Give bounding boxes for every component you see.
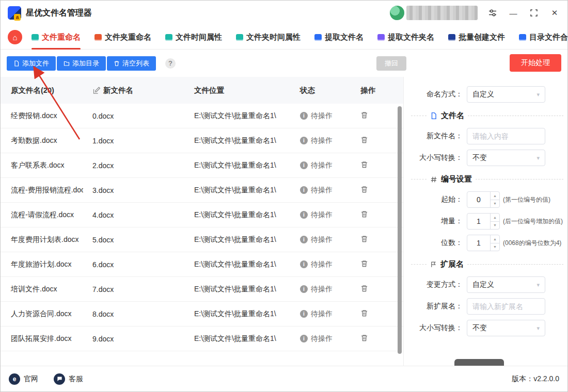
table-scrollbar-thumb[interactable] xyxy=(398,106,402,354)
app-title: 星优文件名管理器 xyxy=(26,8,92,19)
stepper-down-icon[interactable]: ▼ xyxy=(491,222,499,230)
cell-new-name: 6.docx xyxy=(83,260,185,269)
home-tab-button[interactable]: ⌂ xyxy=(8,30,22,44)
increment-label: 增量： xyxy=(411,217,463,226)
table-row[interactable]: 年度费用计划表.docx 5.docx E:\测试文件\批量重命名1\ i 待操… xyxy=(1,227,403,252)
cell-status: i 待操作 xyxy=(291,285,351,294)
tab-item[interactable]: 批量创建文件 xyxy=(448,25,505,50)
delete-row-button[interactable] xyxy=(360,111,368,119)
undo-button[interactable]: 撤回 xyxy=(376,56,406,71)
cell-original-name: 流程-请假流程.docx xyxy=(1,210,83,220)
panel-bottom-button-partial[interactable] xyxy=(454,359,504,366)
trash-icon xyxy=(360,284,368,292)
version-label: 版本：v2.2.0.0 xyxy=(512,374,559,384)
tab-item[interactable]: 提取文件名 xyxy=(314,25,364,50)
col-status: 状态 xyxy=(291,86,351,95)
delete-row-button[interactable] xyxy=(360,235,368,243)
case-convert-select[interactable]: 不变▾ xyxy=(467,150,545,166)
info-icon: i xyxy=(300,211,308,219)
add-file-button[interactable]: 添加文件 xyxy=(7,56,56,71)
support-link[interactable]: 客服 xyxy=(54,373,83,385)
cell-new-name: 9.docx xyxy=(83,335,185,343)
tabs: 文件重命名 文件夹重命名 文件时间属性 文件夹时间属性 提取文件名 提取文件夹名 xyxy=(31,25,568,50)
tab-item[interactable]: 文件时间属性 xyxy=(165,25,222,50)
stepper-up-icon[interactable]: ▲ xyxy=(491,235,499,243)
tab-item[interactable]: 目录文件合并/提取 xyxy=(519,25,568,50)
delete-row-button[interactable] xyxy=(360,136,368,144)
col-new-name: 新文件名 xyxy=(83,86,185,95)
table-row[interactable]: 客户联系表.docx 2.docx E:\测试文件\批量重命名1\ i 待操作 xyxy=(1,153,403,178)
tab-item[interactable]: 文件夹时间属性 xyxy=(236,25,301,50)
stepper-up-icon[interactable]: ▲ xyxy=(491,214,499,222)
chat-icon xyxy=(54,373,65,385)
folder-icon xyxy=(64,60,70,67)
avatar[interactable] xyxy=(390,6,404,20)
toolbar: 添加文件 添加目录 清空列表 ? 撤回 开始处理 xyxy=(1,50,567,77)
cell-new-name: 7.docx xyxy=(83,285,185,293)
help-icon[interactable]: ? xyxy=(165,58,176,69)
settings-sliders-icon[interactable] xyxy=(487,7,498,19)
tab-icon xyxy=(377,34,385,41)
delete-row-button[interactable] xyxy=(360,160,368,169)
cell-new-name: 8.docx xyxy=(83,310,185,318)
cell-status: i 待操作 xyxy=(291,309,351,319)
new-filename-label: 新文件名： xyxy=(411,132,463,141)
table-row[interactable]: 流程-请假流程.docx 4.docx E:\测试文件\批量重命名1\ i 待操… xyxy=(1,203,403,227)
stepper-down-icon[interactable]: ▼ xyxy=(491,200,499,208)
stepper-up-icon[interactable]: ▲ xyxy=(491,192,499,200)
cell-location: E:\测试文件\批量重命名1\ xyxy=(185,210,291,220)
table-row[interactable]: 考勤数据.docx 1.docx E:\测试文件\批量重命名1\ i 待操作 xyxy=(1,128,403,153)
user-account[interactable] xyxy=(390,6,478,20)
naming-method-select[interactable]: 自定义▾ xyxy=(467,86,545,103)
delete-row-button[interactable] xyxy=(360,284,368,292)
ext-case-convert-select[interactable]: 不变▾ xyxy=(467,320,545,336)
tab-label: 文件时间属性 xyxy=(176,32,222,42)
info-icon: i xyxy=(300,186,308,194)
official-site-link[interactable]: e 官网 xyxy=(9,373,38,385)
tab-label: 目录文件合并/提取 xyxy=(529,32,568,42)
table-row[interactable]: 人力资源合同.docx 8.docx E:\测试文件\批量重命名1\ i 待操作 xyxy=(1,302,403,326)
trash-icon xyxy=(360,185,368,193)
tabbar: ⌂ 文件重命名 文件夹重命名 文件时间属性 文件夹时间属性 提取文件名 xyxy=(1,25,567,50)
file-icon xyxy=(13,60,20,67)
table-row[interactable]: 年度旅游计划.docx 6.docx E:\测试文件\批量重命名1\ i 待操作 xyxy=(1,252,403,277)
maximize-button[interactable] xyxy=(528,7,540,19)
cell-operation xyxy=(351,185,398,195)
trash-icon xyxy=(360,111,368,119)
tab-item[interactable]: 提取文件夹名 xyxy=(377,25,434,50)
new-extension-input[interactable] xyxy=(467,298,545,315)
tab-icon xyxy=(31,34,39,41)
table-row[interactable]: 流程-费用报销流程.docx 3.docx E:\测试文件\批量重命名1\ i … xyxy=(1,178,403,203)
table-row[interactable]: 团队拓展安排.docx 9.docx E:\测试文件\批量重命名1\ i 待操作 xyxy=(1,326,403,351)
titlebar: 星优文件名管理器 — ✕ xyxy=(1,1,567,25)
delete-row-button[interactable] xyxy=(360,185,368,193)
start-processing-button[interactable]: 开始处理 xyxy=(510,54,561,72)
cell-new-name: 4.docx xyxy=(83,211,185,219)
trash-icon xyxy=(114,60,120,67)
delete-row-button[interactable] xyxy=(360,259,368,268)
delete-row-button[interactable] xyxy=(360,334,368,342)
change-method-select[interactable]: 自定义▾ xyxy=(467,276,545,293)
increment-stepper[interactable]: 1 ▲▼ xyxy=(467,213,500,230)
add-directory-button[interactable]: 添加目录 xyxy=(57,56,106,71)
tab-item[interactable]: 文件重命名 xyxy=(31,25,81,50)
minimize-button[interactable]: — xyxy=(508,7,519,19)
stepper-down-icon[interactable]: ▼ xyxy=(491,243,499,251)
table-row[interactable]: 培训文件.docx 7.docx E:\测试文件\批量重命名1\ i 待操作 xyxy=(1,277,403,302)
new-filename-input[interactable] xyxy=(467,128,545,144)
close-button[interactable]: ✕ xyxy=(549,7,560,19)
delete-row-button[interactable] xyxy=(360,210,368,218)
tab-item[interactable]: 文件夹重命名 xyxy=(94,25,151,50)
cell-new-name: 2.docx xyxy=(83,161,185,170)
tab-label: 文件夹时间属性 xyxy=(246,32,301,42)
start-number-stepper[interactable]: 0 ▲▼ xyxy=(467,191,500,208)
table-row[interactable]: 经费报销.docx 0.docx E:\测试文件\批量重命名1\ i 待操作 xyxy=(1,104,403,128)
delete-row-button[interactable] xyxy=(360,309,368,317)
start-number-hint: (第一位编号的值) xyxy=(503,195,550,204)
cell-status: i 待操作 xyxy=(291,260,351,269)
digits-stepper[interactable]: 1 ▲▼ xyxy=(467,235,500,251)
cell-operation xyxy=(351,210,398,220)
tab-icon xyxy=(519,34,526,41)
footer: e 官网 客服 版本：v2.2.0.0 xyxy=(1,366,567,391)
clear-list-button[interactable]: 清空列表 xyxy=(107,56,156,71)
